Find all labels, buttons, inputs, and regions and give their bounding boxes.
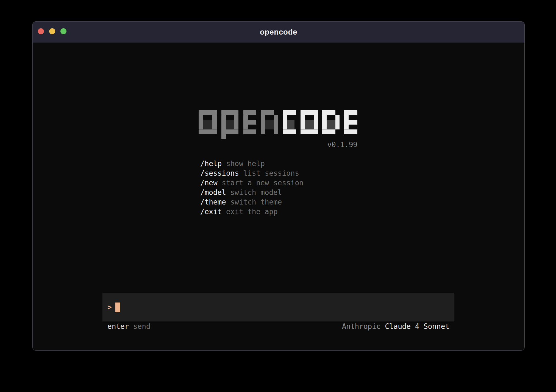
prompt-input[interactable]: > (102, 293, 454, 321)
terminal-screen: open code (33, 43, 524, 350)
command-name: /theme (200, 198, 226, 206)
command-model: /model switch model (200, 188, 304, 197)
command-help: /help show help (200, 159, 304, 169)
window-title: opencode (33, 22, 524, 43)
command-name: /model (200, 188, 226, 197)
command-name: /exit (200, 208, 222, 216)
command-help-list: /help show help /sessions list sessions … (200, 159, 304, 217)
command-desc: switch model (226, 188, 282, 197)
command-new: /new start a new session (200, 178, 304, 188)
command-desc: switch theme (226, 198, 282, 206)
model-label: Claude 4 Sonnet (385, 322, 449, 331)
command-name: /new (200, 179, 218, 187)
command-name: /help (200, 159, 222, 168)
command-desc: start a new session (218, 179, 304, 187)
prompt-chevron: > (107, 293, 112, 321)
command-theme: /theme switch theme (200, 197, 304, 207)
command-desc: exit the app (222, 208, 278, 216)
version-label: v0.1.99 (199, 141, 357, 148)
command-name: /sessions (200, 169, 239, 177)
opencode-logo-pixel-art (199, 110, 357, 139)
send-hint-action: send (129, 322, 150, 331)
command-desc: show help (222, 159, 265, 168)
send-hint: enter send (107, 322, 151, 331)
command-sessions: /sessions list sessions (200, 169, 304, 178)
command-exit: /exit exit the app (200, 207, 304, 217)
opencode-logo: open code (199, 110, 357, 148)
provider-label: Anthropic (342, 322, 385, 331)
window-titlebar[interactable]: opencode (33, 22, 524, 43)
model-indicator: Anthropic Claude 4 Sonnet (342, 322, 449, 331)
command-desc: list sessions (239, 169, 299, 177)
text-cursor (115, 303, 120, 312)
send-hint-key: enter (107, 322, 129, 331)
status-bar: enter send Anthropic Claude 4 Sonnet (102, 322, 454, 331)
app-window: opencode open code (32, 21, 525, 351)
